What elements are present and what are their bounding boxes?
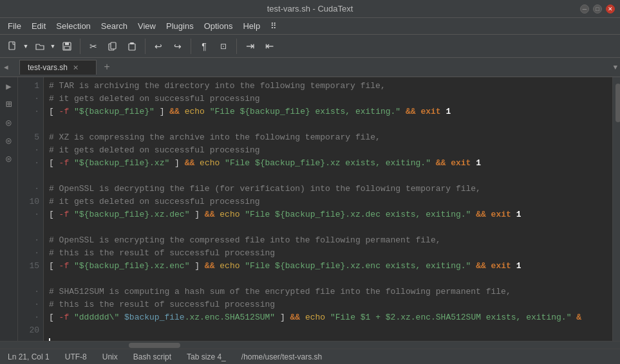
line-num-dot6: ·	[18, 208, 39, 221]
code-line-14: # this is the result of successful proce…	[49, 247, 612, 260]
line-num-empty4	[18, 273, 39, 286]
line-num-dot11: ·	[18, 311, 39, 324]
close-button[interactable]: ✕	[606, 5, 615, 14]
code-line-3: [ -f "${backup_file}" ] && echo "File ${…	[49, 105, 612, 118]
left-icon-run[interactable]: ▶	[3, 80, 15, 93]
left-icon-git[interactable]: ◎	[3, 134, 15, 147]
code-line-9: # OpenSSL is decrypting the file (for ve…	[49, 183, 612, 196]
svg-rect-2	[65, 42, 69, 45]
line-num-20: 20	[18, 324, 39, 337]
left-icon-files[interactable]: ⊞	[3, 98, 15, 111]
menu-file[interactable]: File	[3, 20, 26, 32]
svg-rect-6	[129, 44, 135, 50]
code-line-5: # XZ is compressing the archive into the…	[49, 131, 612, 144]
menu-extra[interactable]: ⠿	[265, 20, 282, 32]
tab-close-button[interactable]: ✕	[73, 64, 79, 72]
window-controls: ─ □ ✕	[580, 5, 615, 14]
line-num-5: 5	[18, 131, 39, 144]
copy-button[interactable]	[104, 37, 122, 55]
code-line-4	[49, 118, 612, 131]
left-icon-search[interactable]: ◎	[3, 116, 15, 129]
status-tab-size: Tab size 4_	[187, 352, 226, 361]
line-num-dot7: ·	[18, 234, 39, 247]
code-line-16	[49, 273, 612, 286]
minimize-button[interactable]: ─	[580, 5, 589, 14]
redo-button[interactable]: ↪	[169, 37, 187, 55]
line-num-dot3: ·	[18, 144, 39, 157]
code-line-17: # SHA512SUM is computing a hash sum of t…	[49, 286, 612, 298]
line-num-dot: ·	[18, 93, 39, 105]
tab-scroll-right[interactable]: ▼	[613, 64, 617, 71]
menu-options[interactable]: Options	[199, 20, 238, 32]
code-line-13: # OpenSSL is encrypting the compressed f…	[49, 234, 612, 247]
code-line-1: # TAR is archiving the directory into th…	[49, 80, 612, 93]
code-line-19: [ -f "dddddd\" $backup_file.xz.enc.SHA51…	[49, 311, 612, 324]
svg-rect-3	[64, 46, 70, 50]
editor-container: ▶ ⊞ ◎ ◎ ◎ 1 · · 5 · · · 10 · · · 15 · · …	[0, 77, 620, 341]
open-dropdown-button[interactable]: ▼	[49, 37, 57, 55]
code-line-11: [ -f "${backup_file}.xz.dec" ] && echo "…	[49, 208, 612, 221]
menu-edit[interactable]: Edit	[26, 20, 51, 32]
line-num-dot5: ·	[18, 183, 39, 196]
statusbar: Ln 21, Col 1 UTF-8 Unix Bash script Tab …	[0, 349, 620, 364]
new-button[interactable]	[4, 37, 22, 55]
titlebar: test-vars.sh - CudaText ─ □ ✕	[0, 0, 620, 18]
tab-filename: test-vars.sh	[28, 63, 68, 72]
paste-button[interactable]	[123, 37, 141, 55]
left-panel-icon[interactable]: ◀	[4, 63, 8, 71]
line-num-empty3	[18, 221, 39, 234]
scrollbar-thumb[interactable]	[615, 84, 620, 122]
cut-button[interactable]: ✂	[84, 37, 102, 55]
menu-plugins[interactable]: Plugins	[161, 20, 199, 32]
code-line-20	[49, 324, 612, 337]
toolbar: ▼ ▼ ✂ ↩ ↪ ¶ ⊡ ⇥ ⇤	[0, 35, 620, 58]
tabbar: ◀ test-vars.sh ✕ + ▼	[0, 58, 620, 77]
code-line-12	[49, 221, 612, 234]
code-line-15: [ -f "${backup_file}.xz.enc" ] && echo "…	[49, 260, 612, 273]
line-num-dot10: ·	[18, 298, 39, 311]
menu-view[interactable]: View	[133, 20, 161, 32]
svg-rect-0	[9, 42, 15, 50]
code-line-8	[49, 170, 612, 183]
vertical-scrollbar[interactable]	[612, 77, 620, 341]
menu-selection[interactable]: Selection	[51, 20, 95, 32]
open-button[interactable]	[31, 37, 49, 55]
code-area[interactable]: # TAR is archiving the directory into th…	[44, 77, 612, 341]
left-panel: ▶ ⊞ ◎ ◎ ◎	[0, 77, 18, 341]
status-syntax: Bash script	[133, 352, 171, 361]
menubar: File Edit Selection Search View Plugins …	[0, 18, 620, 35]
line-num-empty1	[18, 118, 39, 131]
code-line-18: # this is the result of successful proce…	[49, 298, 612, 311]
line-num-1: 1	[18, 80, 39, 93]
new-dropdown-button[interactable]: ▼	[22, 37, 30, 55]
status-encoding: UTF-8	[65, 352, 87, 361]
word-wrap-button[interactable]: ⊡	[214, 37, 232, 55]
status-position: Ln 21, Col 1	[8, 352, 50, 361]
line-num-15: 15	[18, 260, 39, 273]
window-title: test-vars.sh - CudaText	[267, 4, 353, 14]
unindent-button[interactable]: ⇤	[260, 37, 278, 55]
svg-rect-7	[130, 42, 134, 44]
code-line-7: [ -f "${backup_file}.xz" ] && echo "File…	[49, 157, 612, 170]
menu-help[interactable]: Help	[238, 20, 265, 32]
status-filepath: /home/user/test-vars.sh	[241, 352, 322, 361]
line-num-dot4: ·	[18, 157, 39, 170]
left-icon-extra[interactable]: ◎	[3, 152, 15, 165]
maximize-button[interactable]: □	[593, 5, 602, 14]
indent-button[interactable]: ⇥	[241, 37, 259, 55]
code-line-10: # it gets deleted on successful processi…	[49, 196, 612, 208]
line-num-dot8: ·	[18, 247, 39, 260]
menu-search[interactable]: Search	[96, 20, 133, 32]
hscroll-thumb[interactable]	[129, 343, 180, 348]
undo-button[interactable]: ↩	[149, 37, 167, 55]
show-spaces-button[interactable]: ¶	[195, 37, 213, 55]
svg-rect-5	[111, 42, 116, 49]
tab-test-vars[interactable]: test-vars.sh ✕	[19, 60, 97, 75]
code-line-2: # it gets deleted on successful processi…	[49, 93, 612, 105]
horizontal-scrollbar[interactable]	[0, 341, 620, 349]
line-num-dot2: ·	[18, 105, 39, 118]
status-line-ending: Unix	[102, 352, 118, 361]
save-button[interactable]	[58, 37, 76, 55]
line-numbers: 1 · · 5 · · · 10 · · · 15 · · · 20 ·	[18, 77, 44, 341]
tab-add-button[interactable]: +	[99, 60, 115, 75]
